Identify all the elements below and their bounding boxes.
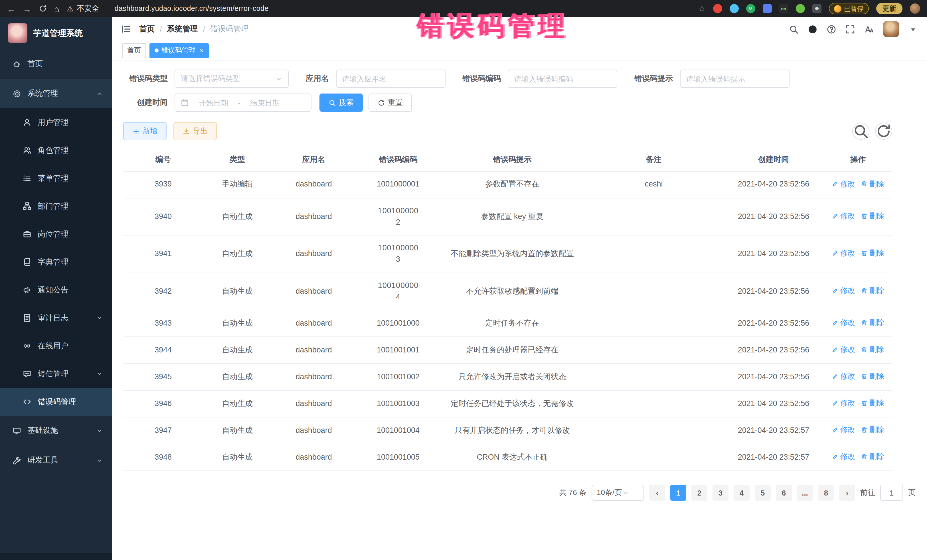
delete-link[interactable]: 删除 (861, 285, 884, 296)
error-type-select[interactable]: 请选择错误码类型 (175, 70, 289, 88)
app-name-input[interactable] (342, 74, 439, 83)
tag-close-icon[interactable]: × (200, 47, 204, 55)
error-hint-input[interactable] (686, 74, 783, 83)
github-icon[interactable] (808, 24, 818, 34)
breadcrumb-item[interactable]: 系统管理 (167, 24, 198, 34)
back-icon[interactable]: ← (7, 4, 15, 13)
goto-page-input[interactable] (880, 485, 903, 501)
edit-link[interactable]: 修改 (832, 211, 855, 222)
page-button-1[interactable]: 1 (670, 485, 686, 501)
edit-link[interactable]: 修改 (832, 178, 855, 189)
sidebar-item-devtool[interactable]: 研发工具 (0, 445, 112, 475)
cell-remark (584, 198, 723, 235)
start-date-input[interactable] (193, 99, 234, 107)
extension-icon-red[interactable] (713, 4, 722, 13)
user-avatar[interactable] (883, 21, 899, 37)
hamburger-icon[interactable] (121, 24, 131, 34)
delete-icon (861, 426, 868, 433)
sidebar-item-home[interactable]: 首页 (0, 49, 112, 79)
toggle-search-icon[interactable] (852, 123, 869, 140)
page-button-3[interactable]: 3 (713, 485, 728, 501)
delete-link[interactable]: 删除 (861, 344, 884, 355)
tag-error-code[interactable]: 错误码管理× (149, 43, 209, 58)
security-indicator[interactable]: ⚠ 不安全 (67, 3, 99, 14)
browser-avatar[interactable] (910, 3, 920, 14)
refresh-table-icon[interactable] (875, 123, 892, 140)
delete-link[interactable]: 删除 (861, 178, 884, 189)
edit-link[interactable]: 修改 (832, 371, 855, 382)
page-button-6[interactable]: 6 (776, 485, 792, 501)
extension-icon-leaf[interactable] (795, 4, 805, 13)
add-button[interactable]: 新增 (123, 122, 167, 140)
delete-link[interactable]: 删除 (861, 371, 884, 382)
delete-link[interactable]: 删除 (861, 451, 884, 462)
export-button[interactable]: 导出 (173, 122, 217, 140)
extension-icon-on[interactable]: on (779, 4, 788, 13)
delete-link[interactable]: 删除 (861, 211, 884, 222)
page-button-2[interactable]: 2 (691, 485, 707, 501)
font-size-icon[interactable] (864, 24, 874, 34)
reload-icon[interactable] (39, 5, 47, 12)
search-button[interactable]: 搜索 (319, 94, 363, 112)
extension-pin-icon[interactable] (812, 4, 821, 13)
edit-link[interactable]: 修改 (832, 285, 855, 296)
page-button-5[interactable]: 5 (755, 485, 771, 501)
sidebar-item-system[interactable]: 系统管理 (0, 79, 112, 108)
update-button[interactable]: 更新 (876, 3, 903, 14)
sidebar-item-post[interactable]: 岗位管理 (0, 220, 112, 248)
delete-link[interactable]: 删除 (861, 317, 884, 328)
page-size-select[interactable]: 10条/页 (591, 485, 644, 501)
extension-icon-grid[interactable] (763, 4, 772, 13)
browser-home-icon[interactable]: ⌂ (54, 4, 59, 13)
url-text[interactable]: dashboard.yudao.iocoder.cn/system/error-… (114, 5, 268, 12)
chevron-down-icon[interactable] (908, 24, 918, 34)
sidebar-collapse-bar[interactable] (0, 553, 112, 560)
sidebar-item-label: 部门管理 (38, 201, 103, 211)
sidebar-item-notice[interactable]: 通知公告 (0, 276, 112, 304)
reset-button[interactable]: 重置 (369, 94, 412, 112)
fullscreen-icon[interactable] (845, 24, 855, 34)
sidebar-item-infra[interactable]: 基础设施 (0, 416, 112, 445)
column-header: 备注 (584, 148, 723, 171)
page-button-4[interactable]: 4 (734, 485, 749, 501)
sidebar-item-dept[interactable]: 部门管理 (0, 192, 112, 220)
delete-link[interactable]: 删除 (861, 248, 884, 259)
sidebar-item-menu[interactable]: 菜单管理 (0, 164, 112, 192)
date-range-picker[interactable]: - (175, 94, 312, 112)
extension-icon-blue[interactable] (729, 4, 739, 13)
edit-link[interactable]: 修改 (832, 248, 855, 259)
delete-link[interactable]: 删除 (861, 398, 884, 408)
page-ellipsis[interactable]: ... (797, 485, 813, 501)
bookmark-star-icon[interactable]: ☆ (698, 4, 705, 13)
sidebar-item-sms[interactable]: 短信管理 (0, 360, 112, 388)
next-page-button[interactable]: › (839, 485, 855, 501)
sidebar-item-user[interactable]: 用户管理 (0, 108, 112, 136)
cell-app: dashboard (272, 171, 356, 198)
extension-icon-green-v[interactable]: v (746, 4, 755, 13)
edit-link[interactable]: 修改 (832, 317, 855, 328)
help-icon[interactable] (827, 24, 836, 34)
page-button-8[interactable]: 8 (818, 485, 834, 501)
chevron-down-icon (96, 457, 103, 463)
tag-home[interactable]: 首页 (122, 43, 146, 58)
sidebar-item-audit-log[interactable]: 审计日志 (0, 304, 112, 332)
sidebar-item-online-user[interactable]: 在线用户 (0, 332, 112, 360)
sidebar-item-dict[interactable]: 字典管理 (0, 248, 112, 276)
forward-icon[interactable]: → (23, 4, 31, 13)
edit-link[interactable]: 修改 (832, 451, 855, 462)
edit-link[interactable]: 修改 (832, 344, 855, 355)
chevron-down-icon (275, 75, 283, 82)
end-date-input[interactable] (245, 99, 286, 107)
edit-link[interactable]: 修改 (832, 398, 855, 408)
delete-link[interactable]: 删除 (861, 424, 884, 436)
edit-link[interactable]: 修改 (832, 424, 855, 436)
paused-badge[interactable]: 已暂停 (828, 3, 869, 14)
search-icon[interactable] (789, 24, 799, 34)
breadcrumb-item[interactable]: 首页 (139, 24, 155, 34)
sidebar-item-role[interactable]: 角色管理 (0, 136, 112, 164)
prev-page-button[interactable]: ‹ (649, 485, 665, 501)
app-logo[interactable]: 芋道管理系统 (0, 17, 112, 49)
sidebar-item-error-code[interactable]: 错误码管理 (0, 388, 112, 416)
cell-id: 3940 (123, 198, 203, 235)
error-code-input[interactable] (514, 74, 611, 83)
